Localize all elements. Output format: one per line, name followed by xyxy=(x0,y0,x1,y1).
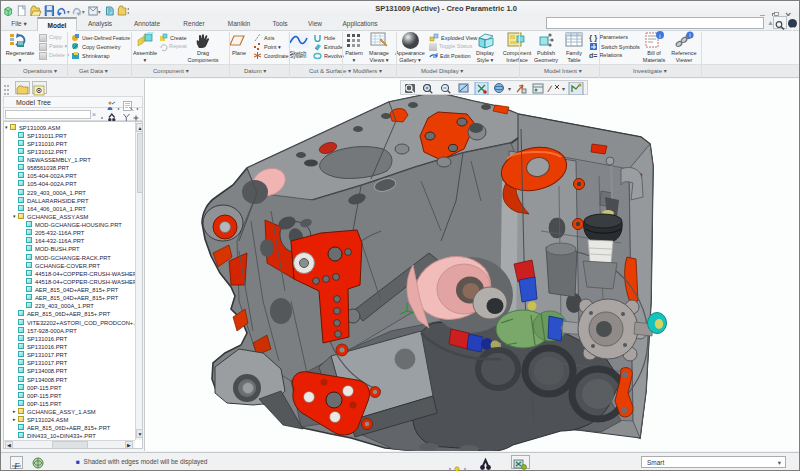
svg-text:▾: ▾ xyxy=(67,9,70,15)
svg-text:?: ? xyxy=(791,25,795,33)
svg-text:▾: ▾ xyxy=(508,86,511,92)
svg-text:i: i xyxy=(689,32,690,38)
svg-text:▾: ▾ xyxy=(98,9,101,15)
svg-text:▾: ▾ xyxy=(82,9,85,15)
svg-text:∕: ∕ xyxy=(547,84,553,94)
svg-text:i: i xyxy=(659,33,660,39)
svg-text:▾: ▾ xyxy=(562,86,565,92)
